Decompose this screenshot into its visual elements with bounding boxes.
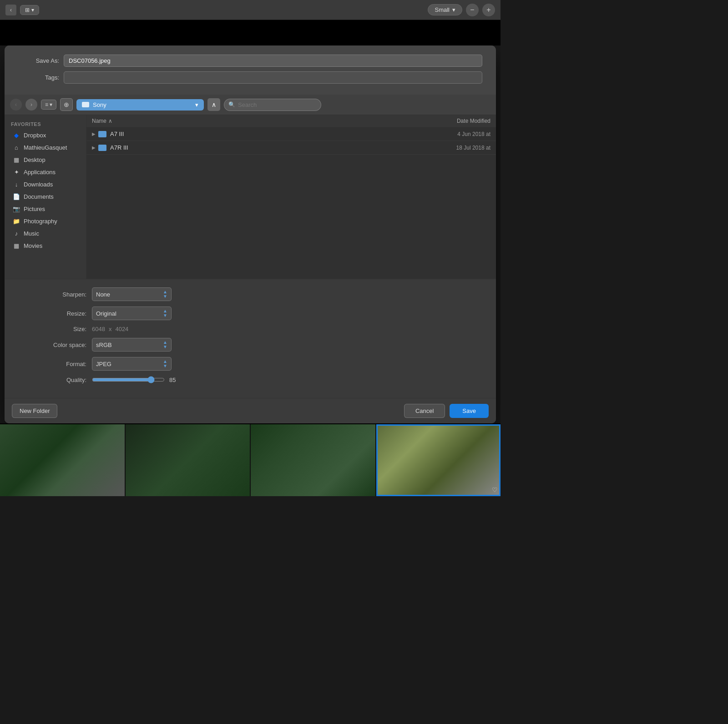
file-name: A7R III: [110, 144, 418, 151]
save-as-input[interactable]: [64, 55, 482, 67]
save-button[interactable]: Save: [450, 404, 489, 418]
format-label: Format:: [32, 361, 86, 367]
sidebar-label-documents: Documents: [24, 193, 54, 200]
nav-bar: ‹ › ≡ ▾ ⊕ Sony ▾ ∧ 🔍: [5, 95, 496, 115]
view-toggle-btn[interactable]: ⊞ ▾: [20, 5, 39, 15]
save-dialog: Save As: Tags: ‹ › ≡ ▾ ⊕ Sony ▾ ∧ 🔍: [5, 45, 496, 423]
expand-btn[interactable]: ∧: [207, 98, 220, 111]
list-view-btn[interactable]: ≡ ▾: [41, 100, 56, 110]
size-row: Size: 6048 x 4024: [32, 326, 469, 332]
sharpen-value: None: [96, 291, 110, 298]
folder-icon: [98, 131, 106, 137]
size-chevron: ▾: [452, 6, 455, 13]
sidebar-label-dropbox: Dropbox: [24, 132, 46, 139]
location-dropdown[interactable]: Sony ▾: [76, 99, 204, 111]
quality-row: Quality: 85: [32, 376, 469, 383]
applications-icon: ✦: [13, 168, 20, 176]
location-chevron: ▾: [195, 101, 198, 108]
sidebar-label-photography: Photography: [24, 218, 57, 225]
table-row[interactable]: ▶ A7 III 4 Jun 2018 at: [86, 127, 496, 141]
search-input[interactable]: [224, 99, 321, 111]
tags-label: Tags:: [18, 74, 59, 81]
location-folder-icon: [82, 102, 89, 107]
quality-slider[interactable]: [92, 376, 165, 383]
sidebar-label-movies: Movies: [24, 242, 42, 249]
sidebar-label-music: Music: [24, 230, 39, 237]
view-icon: ⊞: [25, 7, 30, 13]
nav-back-btn[interactable]: ‹: [10, 99, 22, 111]
color-space-arrows: ▲▼: [163, 340, 167, 349]
favorites-label: Favorites: [5, 120, 86, 129]
column-name-header[interactable]: Name ∧: [92, 118, 418, 124]
search-wrapper: 🔍: [224, 99, 490, 111]
photo-thumb-2[interactable]: [126, 424, 251, 496]
sidebar-item-home[interactable]: ⌂ MathieuGasquet: [6, 141, 84, 153]
dialog-header: Save As: Tags:: [5, 45, 496, 95]
sharpen-select[interactable]: None ▲▼: [92, 287, 172, 301]
location-label: Sony: [93, 101, 106, 108]
save-as-row: Save As:: [18, 55, 482, 67]
new-folder-nav-btn[interactable]: ⊕: [60, 98, 73, 111]
size-width: 6048: [92, 326, 105, 332]
sidebar-label-pictures: Pictures: [24, 206, 45, 212]
sharpen-arrows: ▲▼: [163, 290, 167, 299]
sharpen-label: Sharpen:: [32, 291, 86, 298]
sidebar-item-documents[interactable]: 📄 Documents: [6, 191, 84, 202]
file-name: A7 III: [110, 131, 418, 137]
cancel-button[interactable]: Cancel: [404, 404, 445, 418]
resize-row: Resize: Original ▲▼: [32, 307, 469, 320]
folder-icon: [98, 145, 106, 151]
size-label: Small: [435, 6, 450, 13]
file-date: 4 Jun 2018 at: [418, 131, 490, 137]
sidebar-item-applications[interactable]: ✦ Applications: [6, 166, 84, 178]
file-date: 18 Jul 2018 at: [418, 145, 490, 151]
desktop-icon: ▦: [13, 156, 20, 163]
options-section: Sharpen: None ▲▼ Resize: Original ▲▼ Siz…: [5, 279, 496, 398]
photo-thumb-3[interactable]: [251, 424, 376, 496]
documents-icon: 📄: [13, 193, 20, 200]
tags-input[interactable]: [64, 71, 482, 84]
photo-thumb-4[interactable]: ♡: [376, 424, 501, 496]
folder-plus-icon: ⊕: [64, 101, 69, 108]
home-icon: ⌂: [13, 144, 20, 151]
resize-select[interactable]: Original ▲▼: [92, 307, 172, 320]
movies-icon: ▦: [13, 242, 20, 249]
resize-arrows: ▲▼: [163, 309, 167, 318]
sidebar: Favorites ◆ Dropbox ⌂ MathieuGasquet ▦ D…: [5, 115, 86, 279]
size-height: 4024: [115, 326, 128, 332]
list-chevron: ▾: [50, 101, 52, 108]
heart-icon: ♡: [492, 486, 498, 493]
sidebar-item-movies[interactable]: ▦ Movies: [6, 240, 84, 251]
dialog-footer: New Folder Cancel Save: [5, 398, 496, 423]
sidebar-item-music[interactable]: ♪ Music: [6, 227, 84, 239]
color-space-row: Color space: sRGB ▲▼: [32, 338, 469, 352]
quality-value: 85: [169, 377, 183, 383]
zoom-in-btn[interactable]: +: [482, 4, 495, 16]
nav-forward-btn[interactable]: ›: [25, 99, 37, 111]
photo-thumb-1[interactable]: [0, 424, 126, 496]
music-icon: ♪: [13, 230, 20, 237]
toolbar-back-btn[interactable]: ‹: [5, 5, 16, 15]
format-select[interactable]: JPEG ▲▼: [92, 357, 172, 371]
size-label: Size:: [32, 326, 86, 332]
sidebar-item-dropbox[interactable]: ◆ Dropbox: [6, 129, 84, 141]
table-row[interactable]: ▶ A7R III 18 Jul 2018 at: [86, 141, 496, 155]
new-folder-button[interactable]: New Folder: [12, 404, 57, 418]
sidebar-item-desktop[interactable]: ▦ Desktop: [6, 154, 84, 166]
sidebar-item-pictures[interactable]: 📷 Pictures: [6, 203, 84, 215]
color-space-select[interactable]: sRGB ▲▼: [92, 338, 172, 352]
size-display: 6048 x 4024: [92, 326, 128, 332]
sort-arrow: ∧: [108, 118, 112, 124]
size-selector[interactable]: Small ▾: [428, 4, 462, 15]
row-expand-arrow: ▶: [92, 131, 96, 136]
save-as-label: Save As:: [18, 57, 59, 64]
file-list: Name ∧ Date Modified ▶ A7 III 4 Jun 2018…: [86, 115, 496, 279]
top-toolbar: ‹ ⊞ ▾ Small ▾ − +: [0, 0, 500, 20]
view-chevron: ▾: [31, 7, 34, 13]
dropbox-icon: ◆: [13, 131, 20, 139]
sidebar-item-photography[interactable]: 📁 Photography: [6, 215, 84, 227]
color-space-label: Color space:: [32, 342, 86, 348]
zoom-out-btn[interactable]: −: [466, 4, 479, 16]
sidebar-label-home: MathieuGasquet: [24, 144, 67, 151]
sidebar-item-downloads[interactable]: ↓ Downloads: [6, 178, 84, 190]
